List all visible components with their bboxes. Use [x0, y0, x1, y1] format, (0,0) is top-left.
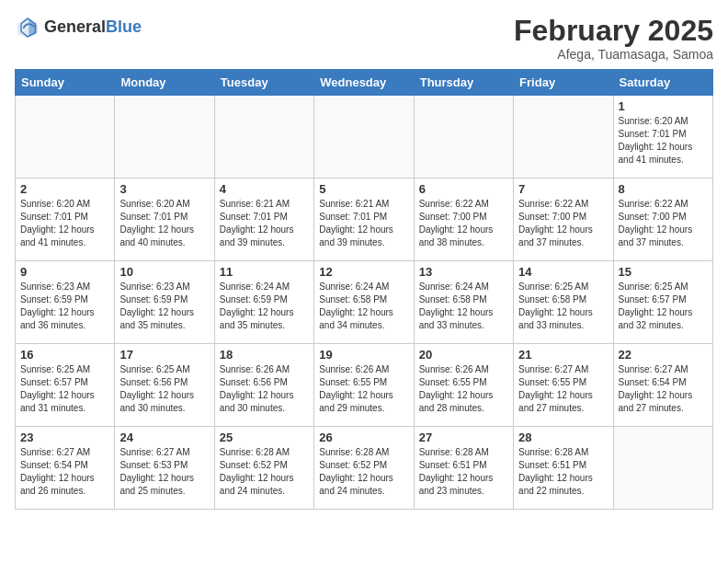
page-header: GeneralBlue February 2025 Afega, Tuamasa… [15, 15, 713, 62]
logo-text: GeneralBlue [44, 18, 142, 37]
calendar-cell: 2Sunrise: 6:20 AM Sunset: 7:01 PM Daylig… [16, 178, 115, 261]
calendar-cell: 7Sunrise: 6:22 AM Sunset: 7:00 PM Daylig… [514, 178, 613, 261]
day-info: Sunrise: 6:21 AM Sunset: 7:01 PM Dayligh… [220, 198, 309, 249]
day-info: Sunrise: 6:22 AM Sunset: 7:00 PM Dayligh… [419, 198, 508, 249]
weekday-header-saturday: Saturday [613, 70, 712, 96]
day-number: 2 [20, 182, 109, 196]
calendar-cell: 23Sunrise: 6:27 AM Sunset: 6:54 PM Dayli… [16, 427, 115, 510]
weekday-header-monday: Monday [115, 70, 214, 96]
title-section: February 2025 Afega, Tuamasaga, Samoa [514, 15, 713, 62]
weekday-header-wednesday: Wednesday [314, 70, 414, 96]
day-number: 14 [518, 265, 608, 279]
day-number: 9 [20, 265, 109, 279]
calendar-cell: 13Sunrise: 6:24 AM Sunset: 6:58 PM Dayli… [414, 261, 513, 344]
day-number: 21 [518, 348, 608, 362]
calendar-cell [314, 96, 414, 178]
calendar-cell: 24Sunrise: 6:27 AM Sunset: 6:53 PM Dayli… [115, 427, 214, 510]
day-number: 12 [319, 265, 408, 279]
day-number: 13 [419, 265, 508, 279]
weekday-header-tuesday: Tuesday [214, 70, 313, 96]
day-info: Sunrise: 6:27 AM Sunset: 6:54 PM Dayligh… [20, 446, 109, 498]
day-number: 16 [20, 348, 109, 362]
day-number: 23 [20, 431, 109, 444]
calendar-cell: 1Sunrise: 6:20 AM Sunset: 7:01 PM Daylig… [613, 96, 712, 178]
calendar-week-4: 16Sunrise: 6:25 AM Sunset: 6:57 PM Dayli… [16, 344, 713, 427]
calendar-cell: 10Sunrise: 6:23 AM Sunset: 6:59 PM Dayli… [115, 261, 214, 344]
calendar-cell: 4Sunrise: 6:21 AM Sunset: 7:01 PM Daylig… [214, 178, 313, 261]
day-number: 11 [220, 265, 309, 279]
day-number: 20 [419, 348, 508, 362]
day-number: 25 [220, 431, 309, 444]
calendar-cell: 18Sunrise: 6:26 AM Sunset: 6:56 PM Dayli… [214, 344, 313, 427]
day-info: Sunrise: 6:24 AM Sunset: 6:58 PM Dayligh… [319, 281, 408, 332]
day-number: 4 [220, 182, 309, 196]
calendar-table: SundayMondayTuesdayWednesdayThursdayFrid… [15, 69, 713, 510]
day-info: Sunrise: 6:25 AM Sunset: 6:56 PM Dayligh… [119, 363, 209, 415]
day-number: 26 [319, 431, 408, 444]
calendar-cell: 27Sunrise: 6:28 AM Sunset: 6:51 PM Dayli… [414, 427, 513, 510]
calendar-cell [16, 96, 115, 178]
day-info: Sunrise: 6:23 AM Sunset: 6:59 PM Dayligh… [20, 281, 109, 332]
day-info: Sunrise: 6:27 AM Sunset: 6:55 PM Dayligh… [518, 363, 608, 415]
calendar-cell: 16Sunrise: 6:25 AM Sunset: 6:57 PM Dayli… [16, 344, 115, 427]
calendar-cell: 5Sunrise: 6:21 AM Sunset: 7:01 PM Daylig… [314, 178, 414, 261]
calendar-cell: 21Sunrise: 6:27 AM Sunset: 6:55 PM Dayli… [514, 344, 613, 427]
calendar-cell: 28Sunrise: 6:28 AM Sunset: 6:51 PM Dayli… [514, 427, 613, 510]
calendar-cell: 17Sunrise: 6:25 AM Sunset: 6:56 PM Dayli… [115, 344, 214, 427]
calendar-week-5: 23Sunrise: 6:27 AM Sunset: 6:54 PM Dayli… [16, 427, 713, 510]
calendar-cell [613, 427, 712, 510]
calendar-cell: 11Sunrise: 6:24 AM Sunset: 6:59 PM Dayli… [214, 261, 313, 344]
calendar-cell: 9Sunrise: 6:23 AM Sunset: 6:59 PM Daylig… [16, 261, 115, 344]
day-info: Sunrise: 6:25 AM Sunset: 6:58 PM Dayligh… [518, 281, 608, 332]
day-number: 24 [119, 431, 209, 444]
calendar-cell [514, 96, 613, 178]
logo-icon [15, 15, 40, 40]
day-number: 1 [619, 99, 708, 113]
day-info: Sunrise: 6:28 AM Sunset: 6:52 PM Dayligh… [220, 446, 309, 498]
day-info: Sunrise: 6:23 AM Sunset: 6:59 PM Dayligh… [119, 281, 209, 332]
calendar-cell [414, 96, 513, 178]
weekday-header-sunday: Sunday [16, 70, 115, 96]
day-number: 27 [419, 431, 508, 444]
calendar-cell: 19Sunrise: 6:26 AM Sunset: 6:55 PM Dayli… [314, 344, 414, 427]
day-number: 5 [319, 182, 408, 196]
weekday-header-thursday: Thursday [414, 70, 513, 96]
day-info: Sunrise: 6:26 AM Sunset: 6:55 PM Dayligh… [419, 363, 508, 415]
calendar-cell: 15Sunrise: 6:25 AM Sunset: 6:57 PM Dayli… [613, 261, 712, 344]
weekday-header-row: SundayMondayTuesdayWednesdayThursdayFrid… [16, 70, 713, 96]
calendar-cell: 20Sunrise: 6:26 AM Sunset: 6:55 PM Dayli… [414, 344, 513, 427]
calendar-week-3: 9Sunrise: 6:23 AM Sunset: 6:59 PM Daylig… [16, 261, 713, 344]
weekday-header-friday: Friday [514, 70, 613, 96]
day-number: 10 [119, 265, 209, 279]
calendar-cell: 6Sunrise: 6:22 AM Sunset: 7:00 PM Daylig… [414, 178, 513, 261]
day-number: 8 [619, 182, 708, 196]
day-info: Sunrise: 6:25 AM Sunset: 6:57 PM Dayligh… [20, 363, 109, 415]
day-info: Sunrise: 6:28 AM Sunset: 6:52 PM Dayligh… [319, 446, 408, 498]
day-info: Sunrise: 6:26 AM Sunset: 6:55 PM Dayligh… [319, 363, 408, 415]
day-info: Sunrise: 6:24 AM Sunset: 6:58 PM Dayligh… [419, 281, 508, 332]
day-info: Sunrise: 6:27 AM Sunset: 6:53 PM Dayligh… [119, 446, 209, 498]
day-info: Sunrise: 6:28 AM Sunset: 6:51 PM Dayligh… [419, 446, 508, 498]
day-info: Sunrise: 6:20 AM Sunset: 7:01 PM Dayligh… [619, 115, 708, 167]
day-info: Sunrise: 6:22 AM Sunset: 7:00 PM Dayligh… [619, 198, 708, 249]
calendar-cell: 14Sunrise: 6:25 AM Sunset: 6:58 PM Dayli… [514, 261, 613, 344]
day-number: 15 [619, 265, 708, 279]
day-info: Sunrise: 6:22 AM Sunset: 7:00 PM Dayligh… [518, 198, 608, 249]
day-info: Sunrise: 6:24 AM Sunset: 6:59 PM Dayligh… [220, 281, 309, 332]
day-number: 19 [319, 348, 408, 362]
day-number: 28 [518, 431, 608, 444]
day-number: 7 [518, 182, 608, 196]
calendar-cell: 8Sunrise: 6:22 AM Sunset: 7:00 PM Daylig… [613, 178, 712, 261]
day-info: Sunrise: 6:21 AM Sunset: 7:01 PM Dayligh… [319, 198, 408, 249]
month-year-title: February 2025 [514, 15, 713, 47]
calendar-cell: 12Sunrise: 6:24 AM Sunset: 6:58 PM Dayli… [314, 261, 414, 344]
day-info: Sunrise: 6:27 AM Sunset: 6:54 PM Dayligh… [619, 363, 708, 415]
day-info: Sunrise: 6:20 AM Sunset: 7:01 PM Dayligh… [20, 198, 109, 249]
calendar-week-2: 2Sunrise: 6:20 AM Sunset: 7:01 PM Daylig… [16, 178, 713, 261]
logo: GeneralBlue [15, 15, 142, 40]
calendar-cell: 25Sunrise: 6:28 AM Sunset: 6:52 PM Dayli… [214, 427, 313, 510]
calendar-week-1: 1Sunrise: 6:20 AM Sunset: 7:01 PM Daylig… [16, 96, 713, 178]
day-number: 18 [220, 348, 309, 362]
day-number: 17 [119, 348, 209, 362]
day-number: 22 [619, 348, 708, 362]
